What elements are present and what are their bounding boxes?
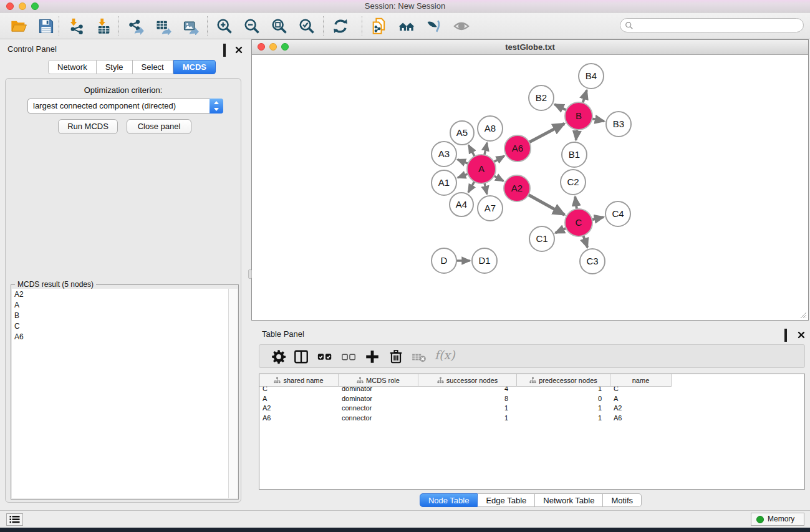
search-input[interactable] [637, 19, 799, 31]
cell-MCDS-role[interactable]: connector [339, 414, 418, 423]
delete-table-icon[interactable] [411, 349, 427, 365]
edge-A-A8[interactable] [485, 143, 487, 155]
table-row[interactable]: A6connector11A6 [259, 414, 804, 423]
import-network-icon[interactable] [67, 17, 85, 35]
zoom-selected-icon[interactable] [298, 17, 316, 35]
cell-successor-nodes[interactable]: 1 [418, 414, 517, 423]
open-session-icon[interactable] [10, 17, 27, 35]
result-item[interactable]: B [12, 310, 229, 321]
network-graph[interactable]: B4B2BB3B1A5A8A6A3AA1A2C2A4A7C4CC1C3DD1 [252, 56, 808, 320]
refresh-icon[interactable] [332, 17, 349, 35]
deselect-all-icon[interactable] [341, 349, 357, 365]
edge-B-B4[interactable] [583, 90, 587, 103]
cell-successor-nodes[interactable]: 1 [418, 404, 517, 414]
edge-A6-B[interactable] [529, 123, 564, 142]
table-header-row: shared nameMCDS rolesuccessor nodesprede… [259, 374, 672, 387]
cell-predecessor-nodes[interactable]: 1 [517, 414, 610, 423]
network-canvas[interactable]: B4B2BB3B1A5A8A6A3AA1A2C2A4A7C4CC1C3DD1 [252, 56, 808, 320]
zoom-out-icon[interactable] [243, 17, 261, 35]
cell-name[interactable]: A6 [610, 414, 672, 423]
cell-shared-name[interactable]: A2 [259, 404, 339, 414]
function-builder-icon[interactable]: f(x) [435, 348, 455, 362]
import-table-icon[interactable] [95, 17, 112, 35]
tab-network-table[interactable]: Network Table [535, 493, 603, 507]
export-network-icon[interactable] [127, 17, 145, 35]
mcds-result-list[interactable]: A2ABCA6 [12, 289, 229, 498]
table-row[interactable]: Adominator80A [259, 394, 804, 404]
tab-mcds[interactable]: MCDS [173, 60, 216, 74]
cell-name[interactable]: A2 [610, 404, 672, 414]
edge-A-A5[interactable] [469, 145, 475, 157]
edge-A-A2[interactable] [494, 176, 503, 181]
edge-C-C3[interactable] [583, 236, 587, 248]
task-history-button[interactable] [6, 513, 23, 526]
tab-style[interactable]: Style [97, 60, 133, 74]
tab-edge-table[interactable]: Edge Table [478, 493, 535, 507]
result-item[interactable]: A [12, 299, 229, 310]
edge-C-C2[interactable] [575, 196, 577, 209]
zoom-in-icon[interactable] [216, 17, 233, 35]
cell-predecessor-nodes[interactable]: 0 [517, 394, 610, 404]
edge-B-B3[interactable] [592, 118, 604, 121]
result-scrollbar[interactable] [228, 289, 238, 498]
result-item[interactable]: A6 [12, 331, 229, 342]
edge-C-C1[interactable] [556, 228, 566, 233]
float-table-panel-icon[interactable] [784, 330, 793, 338]
edge-A-A6[interactable] [494, 156, 504, 162]
column-view-icon[interactable] [293, 349, 309, 365]
table-panel-header: Table Panel [251, 328, 810, 341]
table-row[interactable]: A2connector11A2 [259, 404, 804, 414]
cell-MCDS-role[interactable]: dominator [339, 394, 418, 404]
close-panel-button[interactable]: Close panel [127, 119, 191, 134]
criterion-dropdown[interactable]: largest connected component (directed) [27, 99, 223, 114]
result-item[interactable]: C [12, 321, 229, 331]
delete-column-icon[interactable] [388, 349, 404, 365]
search-box[interactable] [620, 18, 804, 32]
cell-MCDS-role[interactable]: connector [339, 404, 418, 414]
save-session-icon[interactable] [37, 17, 55, 35]
edge-A-A1[interactable] [458, 174, 468, 178]
column-header-successor-nodes[interactable]: successor nodes [418, 374, 517, 387]
new-network-from-selection-icon[interactable] [370, 17, 388, 35]
column-header-MCDS-role[interactable]: MCDS role [339, 374, 418, 387]
cell-predecessor-nodes[interactable]: 1 [517, 404, 610, 414]
tab-node-table[interactable]: Node Table [420, 493, 478, 507]
zoom-fit-icon[interactable] [271, 17, 288, 35]
cell-name[interactable]: A [610, 394, 672, 404]
tab-motifs[interactable]: Motifs [603, 493, 642, 507]
cell-shared-name[interactable]: A [259, 394, 339, 404]
mcds-result-title: MCDS result (5 nodes) [15, 280, 96, 289]
export-table-icon[interactable] [155, 17, 172, 35]
resize-grip-icon[interactable] [798, 310, 807, 319]
edge-A2-C[interactable] [528, 195, 564, 215]
tab-select[interactable]: Select [133, 60, 173, 74]
first-neighbors-icon[interactable] [398, 17, 415, 35]
edge-B-B1[interactable] [576, 130, 577, 140]
memory-button[interactable]: Memory [751, 513, 804, 526]
edge-C-C4[interactable] [592, 217, 603, 220]
edge-A-A3[interactable] [458, 160, 468, 164]
node-label-A2: A2 [511, 183, 523, 193]
settings-gear-icon[interactable] [271, 349, 287, 365]
edge-A-A7[interactable] [485, 183, 487, 194]
tab-network[interactable]: Network [48, 60, 97, 74]
close-table-panel-icon[interactable] [798, 330, 806, 338]
edge-A-A4[interactable] [468, 181, 475, 192]
cell-successor-nodes[interactable]: 8 [418, 394, 517, 404]
cell-shared-name[interactable]: A6 [259, 414, 339, 423]
network-window-titlebar[interactable]: testGlobe.txt [252, 40, 808, 55]
column-header-shared-name[interactable]: shared name [259, 374, 339, 387]
select-all-icon[interactable] [317, 349, 333, 365]
close-panel-icon[interactable] [235, 45, 243, 53]
float-panel-icon[interactable] [223, 45, 231, 53]
hide-selected-icon[interactable] [425, 17, 443, 35]
node-label-C: C [576, 217, 582, 228]
column-header-name[interactable]: name [610, 374, 672, 387]
column-header-predecessor-nodes[interactable]: predecessor nodes [517, 374, 610, 387]
show-all-icon[interactable] [453, 17, 470, 35]
edge-B-B2[interactable] [554, 104, 566, 110]
run-mcds-button[interactable]: Run MCDS [58, 119, 118, 134]
add-column-icon[interactable] [364, 349, 380, 365]
export-image-icon[interactable] [182, 17, 200, 35]
result-item[interactable]: A2 [12, 289, 229, 299]
